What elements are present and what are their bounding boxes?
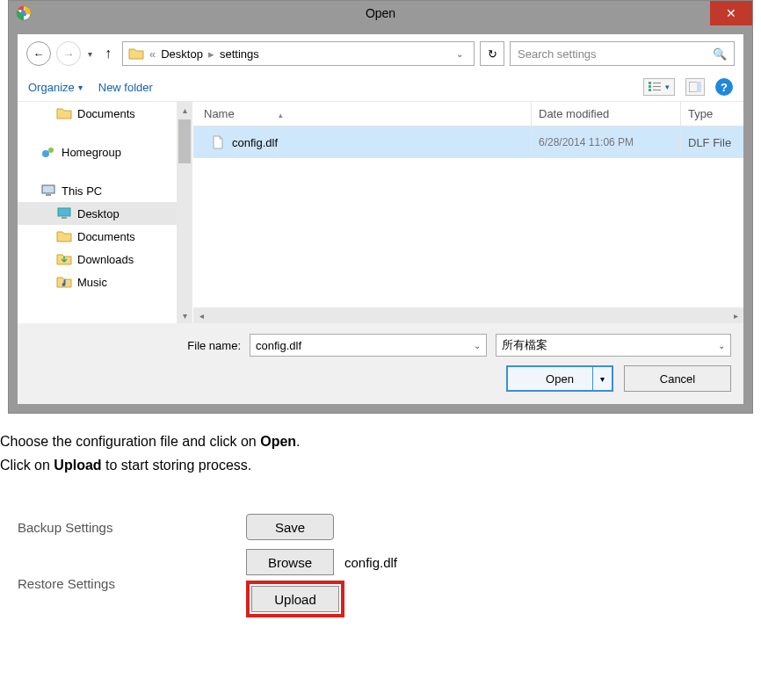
breadcrumb-settings[interactable]: settings	[220, 47, 259, 61]
instruction-line-1: Choose the configuration file and click …	[0, 429, 761, 453]
upload-button[interactable]: Upload	[251, 586, 339, 612]
breadcrumb-sep: «	[149, 47, 156, 61]
view-mode-button[interactable]: ▾	[643, 78, 675, 96]
svg-rect-6	[649, 89, 651, 91]
sidebar-item-documents[interactable]: Documents	[18, 102, 177, 125]
instructions: Choose the configuration file and click …	[0, 414, 761, 477]
toolbar: Organize ▾ New folder ▾ ?	[18, 73, 743, 102]
refresh-icon: ↻	[488, 47, 497, 61]
up-button[interactable]: ↑	[99, 46, 117, 61]
filename-input[interactable]: config.dlf ⌄	[250, 334, 487, 357]
chevron-down-icon[interactable]: ⌄	[474, 341, 481, 350]
forward-button[interactable]: →	[56, 41, 81, 66]
svg-rect-14	[58, 208, 70, 216]
address-bar[interactable]: « Desktop ▸ settings ⌄	[122, 41, 475, 66]
dialog-title: Open	[9, 6, 752, 20]
desktop-icon	[56, 206, 72, 221]
svg-rect-2	[649, 82, 651, 84]
upload-highlight: Upload	[246, 581, 344, 617]
filter-value: 所有檔案	[502, 337, 547, 353]
horizontal-scrollbar[interactable]: ◂ ▸	[193, 307, 743, 323]
scroll-up-icon: ▴	[183, 102, 187, 118]
preview-pane-button[interactable]	[685, 78, 705, 96]
history-dropdown[interactable]: ▾	[86, 49, 94, 59]
open-split-dropdown[interactable]: ▾	[592, 367, 612, 390]
svg-rect-9	[697, 82, 701, 92]
music-icon	[56, 274, 72, 290]
refresh-button[interactable]: ↻	[480, 41, 504, 66]
sidebar-item-label: Downloads	[77, 253, 134, 266]
filename-label: File name:	[30, 339, 241, 352]
new-folder-button[interactable]: New folder	[98, 81, 153, 94]
back-button[interactable]: ←	[26, 41, 51, 66]
file-type: DLF File	[680, 131, 743, 155]
scroll-thumb[interactable]	[178, 119, 191, 163]
sidebar-item-desktop[interactable]: Desktop	[18, 202, 177, 225]
cancel-label: Cancel	[660, 372, 695, 386]
file-row[interactable]: config.dlf 6/28/2014 11:06 PM DLF File	[193, 126, 743, 158]
scroll-left-icon: ◂	[193, 311, 209, 321]
file-list[interactable]: config.dlf 6/28/2014 11:06 PM DLF File	[193, 126, 743, 307]
breadcrumb-sep: ▸	[208, 47, 214, 61]
column-label: Name	[204, 107, 235, 120]
backup-label: Backup Settings	[18, 520, 246, 535]
column-name[interactable]: Name ▴	[193, 102, 531, 126]
file-header: Name ▴ Date modified Type	[193, 102, 743, 126]
arrow-left-icon: ←	[33, 47, 45, 61]
chevron-down-icon: ⌄	[718, 341, 725, 350]
help-icon: ?	[721, 81, 728, 94]
sidebar: Documents Homegroup This PC Desktop	[18, 102, 193, 323]
downloads-icon	[56, 251, 72, 267]
selected-config-name: config.dlf	[344, 555, 397, 570]
folder-icon	[56, 228, 72, 244]
sidebar-item-label: This PC	[62, 184, 102, 198]
open-label: Open	[546, 372, 574, 386]
dialog-body: ← → ▾ ↑ « Desktop ▸ settings ⌄ ↻	[9, 25, 752, 413]
column-type[interactable]: Type	[680, 102, 743, 126]
svg-rect-3	[653, 83, 661, 83]
sidebar-item-homegroup[interactable]: Homegroup	[18, 141, 177, 163]
svg-rect-15	[62, 217, 67, 219]
sidebar-item-this-pc[interactable]: This PC	[18, 179, 177, 202]
file-pane: Name ▴ Date modified Type	[193, 102, 743, 323]
chevron-down-icon: ▾	[665, 83, 670, 91]
search-icon: 🔍	[713, 47, 727, 61]
svg-point-10	[42, 150, 49, 157]
title-bar: Open ✕	[9, 1, 752, 25]
scroll-down-icon: ▾	[183, 307, 187, 323]
sidebar-item-downloads[interactable]: Downloads	[18, 248, 177, 271]
svg-rect-4	[649, 85, 651, 88]
column-label: Type	[688, 107, 713, 120]
cancel-button[interactable]: Cancel	[624, 365, 731, 392]
file-icon	[211, 135, 225, 149]
folder-icon	[128, 46, 144, 61]
organize-button[interactable]: Organize ▾	[28, 81, 83, 94]
settings-panel: Backup Settings Save Restore Settings Br…	[0, 514, 761, 617]
organize-label: Organize	[28, 81, 75, 94]
breadcrumb-desktop[interactable]: Desktop	[161, 47, 203, 61]
open-button[interactable]: Open ▾	[506, 365, 613, 392]
filename-value: config.dlf	[256, 339, 301, 352]
close-button[interactable]: ✕	[710, 1, 752, 25]
sidebar-item-label: Desktop	[77, 207, 120, 220]
arrow-up-icon: ↑	[105, 46, 112, 61]
search-input[interactable]: Search settings 🔍	[510, 41, 735, 66]
restore-label: Restore Settings	[18, 576, 246, 591]
list-view-icon	[649, 82, 661, 92]
restore-settings-row: Restore Settings Browse config.dlf Uploa…	[18, 549, 743, 617]
svg-point-11	[48, 148, 54, 153]
chevron-down-icon: ▾	[78, 83, 83, 92]
preview-pane-icon	[689, 82, 701, 92]
save-button[interactable]: Save	[246, 514, 334, 540]
backup-settings-row: Backup Settings Save	[18, 514, 743, 540]
help-button[interactable]: ?	[715, 78, 733, 96]
browse-button[interactable]: Browse	[246, 549, 334, 575]
svg-rect-12	[42, 185, 54, 193]
sidebar-scrollbar[interactable]: ▴ ▾	[177, 102, 192, 323]
address-dropdown[interactable]: ⌄	[451, 49, 468, 59]
sidebar-item-music[interactable]: Music	[18, 271, 177, 293]
file-name: config.dlf	[232, 136, 278, 149]
file-type-filter[interactable]: 所有檔案 ⌄	[496, 334, 731, 357]
column-date[interactable]: Date modified	[531, 102, 680, 126]
sidebar-item-documents-2[interactable]: Documents	[18, 225, 177, 248]
